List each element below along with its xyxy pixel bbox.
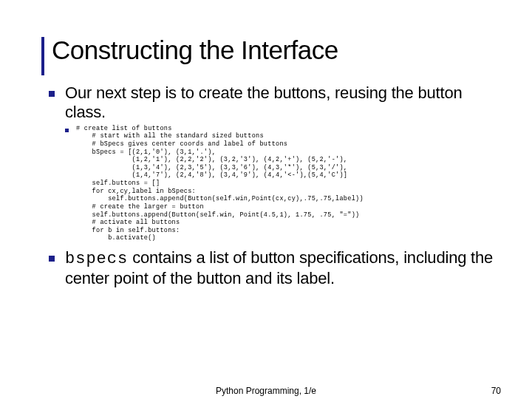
bullet-square-icon bbox=[65, 129, 69, 132]
bullet-item-2: bspecs contains a list of button specifi… bbox=[49, 248, 495, 288]
title-accent-bar bbox=[41, 37, 44, 75]
bullet-text-2-rest: contains a list of button specifications… bbox=[65, 248, 493, 287]
bullet-text-2: bspecs contains a list of button specifi… bbox=[65, 248, 495, 288]
slide-body: Our next step is to create the buttons, … bbox=[49, 83, 495, 288]
bullet-item-code: # create list of buttons # start with al… bbox=[65, 125, 495, 242]
bullet-square-icon bbox=[49, 256, 55, 262]
code-block: # create list of buttons # start with al… bbox=[76, 125, 364, 242]
bullet-text-1: Our next step is to create the buttons, … bbox=[65, 83, 495, 122]
footer-text: Python Programming, 1/e bbox=[0, 386, 532, 396]
bullet-square-icon bbox=[49, 91, 55, 97]
slide: Constructing the Interface Our next step… bbox=[0, 0, 532, 399]
page-number: 70 bbox=[491, 386, 501, 396]
bullet-item-1: Our next step is to create the buttons, … bbox=[49, 83, 495, 122]
code-inline: bspecs bbox=[65, 250, 128, 268]
slide-title: Constructing the Interface bbox=[52, 37, 495, 64]
